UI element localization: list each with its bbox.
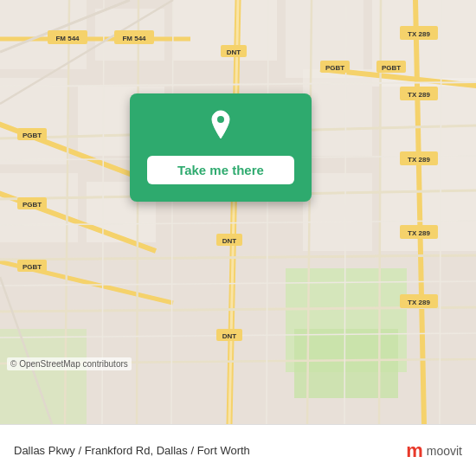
svg-text:PGBT: PGBT [382, 64, 401, 72]
moovit-logo: m moovit [406, 440, 462, 462]
svg-text:FM 544: FM 544 [55, 35, 80, 42]
location-label: Dallas Pkwy / Frankford Rd, Dallas / For… [14, 444, 397, 457]
action-card: Take me there [130, 93, 312, 202]
svg-rect-16 [0, 329, 87, 424]
svg-rect-5 [372, 0, 476, 87]
svg-text:PGBT: PGBT [23, 263, 42, 271]
map-attribution: © OpenStreetMap contributors [7, 357, 132, 370]
moovit-logo-icon: m [406, 440, 423, 462]
svg-point-79 [217, 116, 224, 123]
svg-text:DNT: DNT [227, 48, 241, 56]
svg-text:TX 289: TX 289 [408, 91, 430, 99]
svg-rect-15 [294, 329, 398, 398]
svg-text:TX 289: TX 289 [408, 299, 430, 306]
svg-text:PGBT: PGBT [23, 132, 42, 139]
svg-text:PGBT: PGBT [23, 201, 42, 209]
take-me-there-button[interactable]: Take me there [147, 156, 294, 184]
bottom-bar: Dallas Pkwy / Frankford Rd, Dallas / For… [0, 424, 476, 476]
svg-rect-6 [0, 78, 69, 164]
svg-text:TX 289: TX 289 [408, 30, 430, 38]
svg-text:DNT: DNT [222, 237, 237, 245]
svg-text:FM 544: FM 544 [122, 35, 146, 42]
svg-text:TX 289: TX 289 [408, 156, 430, 164]
map-view: FM 544 DNT DNT DNT DNT PGBT PGBT PGBT FM… [0, 0, 476, 424]
moovit-logo-text: moovit [427, 444, 462, 458]
svg-text:TX 289: TX 289 [408, 229, 430, 237]
svg-text:PGBT: PGBT [325, 64, 344, 72]
svg-text:DNT: DNT [222, 332, 237, 340]
svg-rect-8 [303, 69, 372, 156]
location-pin-icon [202, 107, 240, 145]
svg-rect-12 [303, 173, 372, 251]
